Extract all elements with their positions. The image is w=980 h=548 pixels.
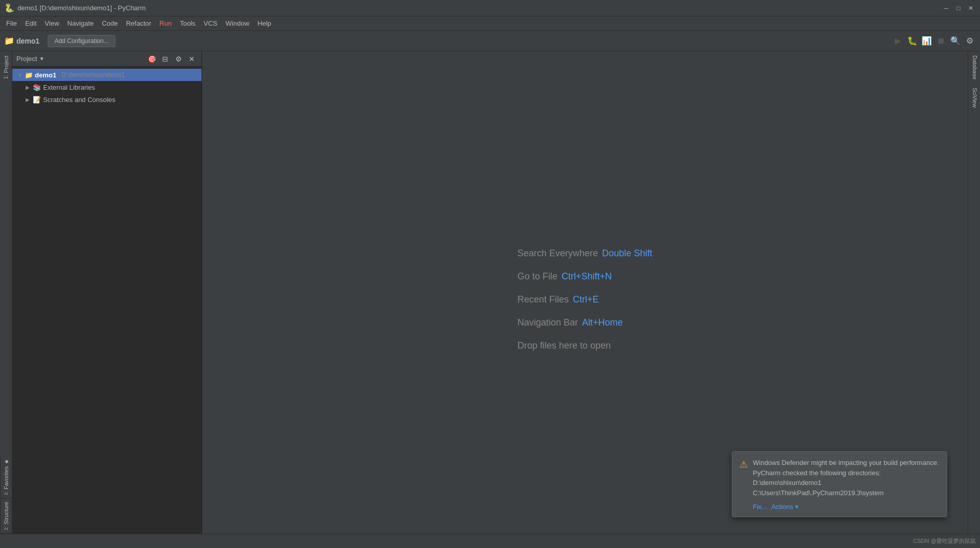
project-dropdown-arrow: ▼ [39, 56, 44, 62]
toolbar: 📁 demo1 Add Configuration... ▶ 🐛 📊 ⏹ 🔍 ⚙ [0, 31, 980, 51]
structure-tab-number: 2: [4, 526, 9, 530]
project-tree: ▾ 📁 demo1 D:\demo\shixun\demo1 ▶ 📚 Exter… [12, 67, 202, 548]
favorites-tab[interactable]: 2: Favorites ★ [0, 455, 11, 499]
menu-run[interactable]: Run [155, 17, 176, 29]
sidebar-tab-sciview[interactable]: SciView [968, 84, 980, 112]
editor-hints: Search Everywhere Double Shift Go to Fil… [517, 248, 652, 351]
menu-edit[interactable]: Edit [21, 17, 41, 29]
window-controls: ─ □ ✕ [941, 3, 976, 13]
hint-nav-text: Navigation Bar [517, 317, 578, 328]
favorites-tab-number: 2: [4, 491, 9, 495]
run-button[interactable]: ▶ [892, 35, 904, 47]
menu-vcs[interactable]: VCS [199, 17, 222, 29]
sidebar-tab-project[interactable]: 1: Project [0, 51, 12, 84]
notification-text: Windows Defender might be impacting your… [753, 458, 939, 498]
folder-icon-demo1: 📁 [25, 71, 33, 79]
hint-goto-shortcut: Ctrl+Shift+N [562, 271, 612, 282]
status-right-text: CSDN @愛吃菠萝的鼠鼠 [913, 537, 976, 545]
project-panel-header: Project ▼ 🎯 ⊟ ⚙ ✕ [12, 51, 202, 67]
menu-code[interactable]: Code [98, 17, 122, 29]
notification-content: ⚠ Windows Defender might be impacting yo… [739, 458, 939, 511]
menu-window[interactable]: Window [222, 17, 253, 29]
sidebar-tab-database[interactable]: Database [968, 51, 980, 84]
settings-button[interactable]: ⚙ [964, 35, 976, 47]
hint-recent-files: Recent Files Ctrl+E [517, 294, 599, 305]
project-name-label: demo1 [16, 37, 39, 45]
tree-arrow-libraries: ▶ [25, 85, 31, 90]
hint-navigation-bar: Navigation Bar Alt+Home [517, 317, 623, 328]
menu-navigate[interactable]: Navigate [63, 17, 97, 29]
tree-arrow-demo1: ▾ [16, 72, 23, 78]
favorites-tab-label: Favorites [3, 466, 9, 490]
panel-close-button[interactable]: ✕ [186, 53, 197, 65]
menu-tools[interactable]: Tools [176, 17, 199, 29]
actions-dropdown-arrow: ▼ [794, 504, 799, 510]
actions-button[interactable]: Actions ▼ [771, 503, 799, 511]
project-header-label: Project [16, 55, 37, 63]
add-configuration-button[interactable]: Add Configuration... [48, 35, 115, 47]
actions-label: Actions [771, 503, 793, 511]
maximize-button[interactable]: □ [953, 3, 964, 13]
bottom-left-tabs: 2: Favorites ★ 2: Structure [0, 455, 11, 534]
warning-icon: ⚠ [739, 459, 748, 511]
panel-settings-button[interactable]: ⚙ [173, 53, 184, 65]
drop-hint: Drop files here to open [517, 340, 611, 351]
structure-tab[interactable]: 2: Structure [0, 499, 11, 534]
editor-area: Search Everywhere Double Shift Go to Fil… [202, 51, 968, 548]
search-everywhere-toolbar-button[interactable]: 🔍 [949, 35, 962, 47]
hint-search-shortcut: Double Shift [602, 248, 652, 259]
tree-item-scratches[interactable]: ▶ 📝 Scratches and Consoles [12, 93, 202, 106]
collapse-all-button[interactable]: ⊟ [159, 53, 171, 65]
right-sidebar: Database SciView [968, 51, 980, 548]
project-dropdown[interactable]: Project ▼ [16, 55, 144, 63]
libraries-icon: 📚 [33, 83, 41, 91]
project-tab-label: Project [3, 55, 9, 73]
hint-goto-file: Go to File Ctrl+Shift+N [517, 271, 612, 282]
project-name-toolbar: 📁 demo1 [4, 36, 39, 46]
hint-search-everywhere: Search Everywhere Double Shift [517, 248, 652, 259]
stop-button[interactable]: ⏹ [935, 35, 947, 47]
project-panel: Project ▼ 🎯 ⊟ ⚙ ✕ ▾ 📁 demo1 D:\demo\shix… [12, 51, 202, 548]
menu-refactor[interactable]: Refactor [122, 17, 155, 29]
locate-file-button[interactable]: 🎯 [146, 53, 157, 65]
title-bar: 🐍 demo1 [D:\demo\shixun\demo1] - PyCharm… [0, 0, 980, 16]
menu-help[interactable]: Help [253, 17, 275, 29]
tree-label-external-libraries: External Libraries [43, 84, 95, 91]
hint-nav-shortcut: Alt+Home [582, 317, 623, 328]
favorites-star-icon: ★ [3, 458, 9, 465]
notification-actions: Fix... Actions ▼ [753, 503, 939, 511]
structure-tab-label: Structure [3, 502, 9, 525]
title-text: demo1 [D:\demo\shixun\demo1] - PyCharm [17, 4, 146, 12]
scratches-icon: 📝 [33, 95, 41, 104]
status-bar: CSDN @愛吃菠萝的鼠鼠 [0, 534, 980, 548]
menu-bar: File Edit View Navigate Code Refactor Ru… [0, 16, 980, 31]
tree-item-external-libraries[interactable]: ▶ 📚 External Libraries [12, 81, 202, 93]
tree-item-demo1[interactable]: ▾ 📁 demo1 D:\demo\shixun\demo1 [12, 69, 202, 81]
hint-search-text: Search Everywhere [517, 248, 598, 259]
tree-label-demo1: demo1 [35, 71, 56, 79]
hint-recent-text: Recent Files [517, 294, 569, 305]
hint-goto-text: Go to File [517, 271, 557, 282]
tree-path-demo1: D:\demo\shixun\demo1 [62, 71, 125, 78]
minimize-button[interactable]: ─ [941, 3, 951, 13]
tree-label-scratches: Scratches and Consoles [43, 96, 115, 104]
menu-view[interactable]: View [41, 17, 63, 29]
project-tab-number: 1: [3, 75, 9, 79]
main-layout: 1: Project Project ▼ 🎯 ⊟ ⚙ ✕ ▾ 📁 demo1 D… [0, 51, 980, 548]
notification-popup: ⚠ Windows Defender might be impacting yo… [732, 451, 947, 517]
debug-button[interactable]: 🐛 [906, 35, 918, 47]
close-button[interactable]: ✕ [966, 3, 976, 13]
hint-recent-shortcut: Ctrl+E [573, 294, 599, 305]
menu-file[interactable]: File [2, 17, 21, 29]
fix-button[interactable]: Fix... [753, 503, 767, 511]
tree-arrow-scratches: ▶ [25, 97, 31, 103]
run-with-coverage-button[interactable]: 📊 [921, 35, 933, 47]
